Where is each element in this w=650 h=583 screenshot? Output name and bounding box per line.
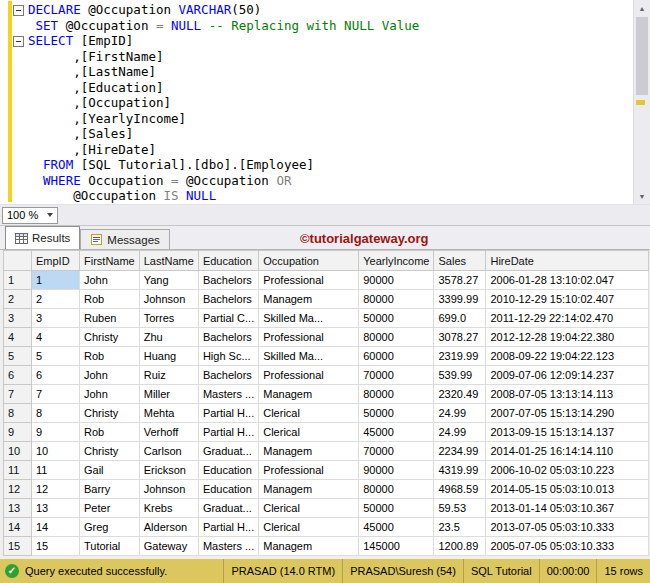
- code-lines[interactable]: DECLARE @Occupation VARCHAR(50) SET @Occ…: [0, 2, 632, 204]
- tab-messages[interactable]: Messages: [80, 229, 169, 249]
- grid-cell[interactable]: 2008-09-22 19:04:22.123: [486, 347, 649, 366]
- grid-cell[interactable]: Partial H...: [198, 518, 258, 537]
- grid-cell[interactable]: Yang: [139, 271, 198, 290]
- grid-cell[interactable]: Rob: [80, 347, 140, 366]
- grid-cell[interactable]: Skilled Ma...: [259, 347, 359, 366]
- grid-cell[interactable]: Tutorial: [80, 537, 140, 556]
- sql-editor[interactable]: DECLARE @Occupation VARCHAR(50) SET @Occ…: [0, 0, 650, 204]
- column-header[interactable]: HireDate: [486, 251, 649, 271]
- editor-vertical-scrollbar[interactable]: [633, 0, 650, 204]
- grid-cell[interactable]: Bachelors: [198, 328, 258, 347]
- row-number-cell[interactable]: 6: [4, 366, 32, 385]
- row-number-cell[interactable]: 1: [4, 271, 32, 290]
- grid-cell[interactable]: 60000: [359, 347, 434, 366]
- grid-cell[interactable]: Clerical: [259, 499, 359, 518]
- grid-cell[interactable]: 2007-07-05 15:13:14.290: [486, 404, 649, 423]
- grid-cell[interactable]: Miller: [139, 385, 198, 404]
- grid-cell[interactable]: Skilled Ma...: [259, 309, 359, 328]
- grid-cell[interactable]: 699.0: [434, 309, 486, 328]
- grid-cell[interactable]: Johnson: [139, 480, 198, 499]
- grid-cell[interactable]: 2006-01-28 13:10:02.047: [486, 271, 649, 290]
- grid-cell[interactable]: 4: [32, 328, 80, 347]
- grid-cell[interactable]: 145000: [359, 537, 434, 556]
- tab-results[interactable]: Results: [5, 226, 80, 249]
- grid-cell[interactable]: Zhu: [139, 328, 198, 347]
- grid-cell[interactable]: Managem: [259, 442, 359, 461]
- grid-cell[interactable]: Managem: [259, 480, 359, 499]
- code-line[interactable]: ,[Education]: [0, 80, 632, 96]
- grid-cell[interactable]: 5: [32, 347, 80, 366]
- code-line[interactable]: ,[Sales]: [0, 126, 632, 142]
- grid-cell[interactable]: 539.99: [434, 366, 486, 385]
- grid-cell[interactable]: 8: [32, 404, 80, 423]
- grid-cell[interactable]: Krebs: [139, 499, 198, 518]
- column-header[interactable]: LastName: [139, 251, 198, 271]
- grid-cell[interactable]: Clerical: [259, 423, 359, 442]
- row-number-cell[interactable]: 7: [4, 385, 32, 404]
- code-line[interactable]: WHERE Occupation = @Occupation OR: [0, 173, 632, 189]
- grid-cell[interactable]: Johnson: [139, 290, 198, 309]
- grid-cell[interactable]: Education: [198, 480, 258, 499]
- scroll-down-icon[interactable]: [634, 188, 650, 204]
- row-number-cell[interactable]: 4: [4, 328, 32, 347]
- row-number-header[interactable]: [4, 251, 32, 271]
- grid-cell[interactable]: 3: [32, 309, 80, 328]
- column-header[interactable]: Sales: [434, 251, 486, 271]
- grid-cell[interactable]: 24.99: [434, 404, 486, 423]
- grid-cell[interactable]: 2: [32, 290, 80, 309]
- grid-cell[interactable]: 12: [32, 480, 80, 499]
- grid-cell[interactable]: 3399.99: [434, 290, 486, 309]
- grid-cell[interactable]: 9: [32, 423, 80, 442]
- grid-cell[interactable]: 2320.49: [434, 385, 486, 404]
- grid-cell[interactable]: Rob: [80, 290, 140, 309]
- grid-cell[interactable]: 24.99: [434, 423, 486, 442]
- grid-cell[interactable]: Professional: [259, 366, 359, 385]
- code-line[interactable]: DECLARE @Occupation VARCHAR(50): [0, 2, 632, 18]
- collapse-region-icon[interactable]: [13, 36, 24, 47]
- grid-cell[interactable]: Peter: [80, 499, 140, 518]
- grid-cell[interactable]: Christy: [80, 404, 140, 423]
- row-number-cell[interactable]: 13: [4, 499, 32, 518]
- grid-cell[interactable]: Education: [198, 461, 258, 480]
- grid-cell[interactable]: 45000: [359, 423, 434, 442]
- grid-cell[interactable]: Graduat...: [198, 442, 258, 461]
- grid-cell[interactable]: Greg: [80, 518, 140, 537]
- grid-cell[interactable]: Torres: [139, 309, 198, 328]
- grid-cell[interactable]: High Sc...: [198, 347, 258, 366]
- grid-cell[interactable]: Managem: [259, 537, 359, 556]
- column-header[interactable]: YearlyIncome: [359, 251, 434, 271]
- grid-cell[interactable]: 2011-12-29 22:14:02.470: [486, 309, 649, 328]
- row-number-cell[interactable]: 8: [4, 404, 32, 423]
- grid-cell[interactable]: Erickson: [139, 461, 198, 480]
- code-line[interactable]: @Occupation IS NULL: [0, 188, 632, 204]
- grid-cell[interactable]: 2014-01-25 16:14:14.110: [486, 442, 649, 461]
- grid-cell[interactable]: Professional: [259, 271, 359, 290]
- grid-cell[interactable]: 2012-12-28 19:04:22.380: [486, 328, 649, 347]
- grid-cell[interactable]: 2014-05-15 05:03:10.013: [486, 480, 649, 499]
- grid-cell[interactable]: 70000: [359, 366, 434, 385]
- grid-cell[interactable]: 2008-07-05 13:13:14.113: [486, 385, 649, 404]
- grid-cell[interactable]: Verhoff: [139, 423, 198, 442]
- grid-cell[interactable]: 4319.99: [434, 461, 486, 480]
- grid-cell[interactable]: 6: [32, 366, 80, 385]
- code-line[interactable]: FROM [SQL Tutorial].[dbo].[Employee]: [0, 157, 632, 173]
- grid-cell[interactable]: 23.5: [434, 518, 486, 537]
- grid-cell[interactable]: 59.53: [434, 499, 486, 518]
- code-line[interactable]: ,[Occupation]: [0, 95, 632, 111]
- collapse-region-icon[interactable]: [13, 5, 24, 16]
- grid-cell[interactable]: John: [80, 271, 140, 290]
- code-line[interactable]: ,[HireDate]: [0, 142, 632, 158]
- code-line[interactable]: ,[LastName]: [0, 64, 632, 80]
- grid-cell[interactable]: Professional: [259, 328, 359, 347]
- grid-cell[interactable]: 2319.99: [434, 347, 486, 366]
- grid-cell[interactable]: 2005-07-05 05:03:10.333: [486, 537, 649, 556]
- grid-cell[interactable]: Managem: [259, 290, 359, 309]
- grid-cell[interactable]: 1200.89: [434, 537, 486, 556]
- grid-cell[interactable]: 2009-07-06 12:09:14.237: [486, 366, 649, 385]
- grid-cell[interactable]: Masters ...: [198, 385, 258, 404]
- column-header[interactable]: FirstName: [80, 251, 140, 271]
- code-line[interactable]: ,[YearlyIncome]: [0, 111, 632, 127]
- code-line[interactable]: SELECT [EmpID]: [0, 33, 632, 49]
- grid-cell[interactable]: Professional: [259, 461, 359, 480]
- zoom-level-dropdown[interactable]: 100 %: [2, 207, 58, 224]
